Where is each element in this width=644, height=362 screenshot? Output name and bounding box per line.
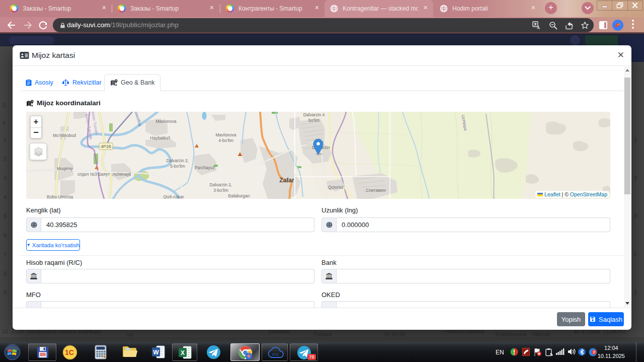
svg-text:Спитамен: Спитамен: [366, 188, 386, 193]
svg-text:Zafar: Zafar: [279, 177, 294, 184]
svg-text:Dalvarzin 2,: Dalvarzin 2,: [167, 158, 189, 163]
svg-text:Qizil-Askar: Qizil-Askar: [163, 194, 184, 199]
svg-text:Qotortol: Qotortol: [328, 185, 343, 190]
svg-text:Bobo Umrzoq: Bobo Umrzoq: [47, 194, 73, 199]
svg-text:Mo'minobod: Mo'minobod: [53, 133, 76, 138]
svg-text:4-bo'lim: 4-bo'lim: [218, 138, 233, 143]
svg-text:Mavlonova: Mavlonova: [155, 119, 176, 124]
svg-text:Dalvarzin 4: Dalvarzin 4: [303, 112, 325, 117]
svg-text:4P26: 4P26: [101, 144, 111, 149]
svg-text:Achimayli: Achimayli: [113, 172, 131, 177]
svg-text:отдел №3 Баяут: отдел №3 Баяут: [77, 172, 110, 177]
svg-text:bo'lim: bo'lim: [308, 118, 319, 123]
svg-text:Mavlonova: Mavlonova: [215, 132, 236, 137]
svg-text:3-bo'lim: 3-bo'lim: [213, 188, 228, 193]
svg-text:Balakurgan: Balakurgan: [228, 193, 250, 198]
svg-text:KTC: KTC: [273, 353, 279, 356]
svg-text:Muqimiy: Muqimiy: [57, 166, 73, 171]
svg-text:Haybatko'l: Haybatko'l: [150, 135, 170, 140]
svg-text:Dalvarzin 2,: Dalvarzin 2,: [210, 182, 232, 187]
svg-text:W: W: [153, 349, 159, 356]
svg-text:5-bo'lim: 5-bo'lim: [170, 164, 185, 169]
svg-text:Parchayuz: Parchayuz: [195, 165, 215, 170]
svg-text:1С: 1С: [65, 348, 74, 356]
svg-text:X: X: [181, 349, 185, 356]
